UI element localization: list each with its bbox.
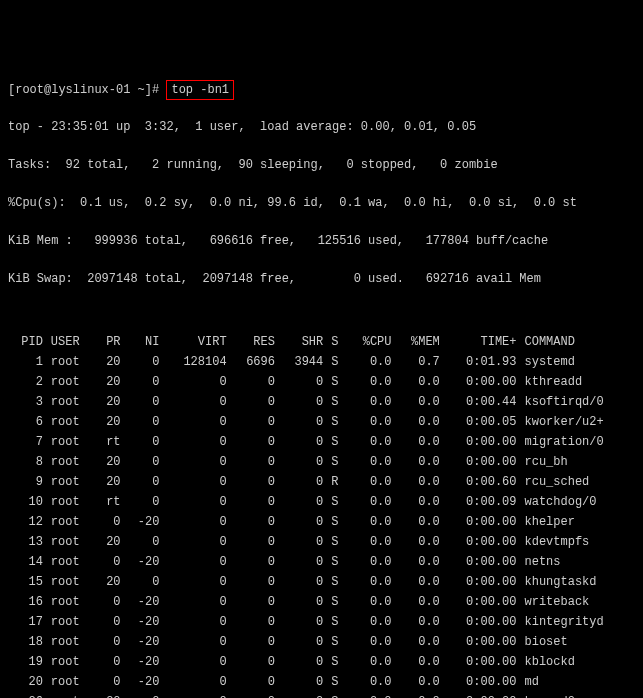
top-summary-line4: KiB Mem : 999936 total, 696616 free, 125… bbox=[8, 232, 635, 250]
cell-shr: 0 bbox=[279, 532, 327, 552]
cell-virt: 0 bbox=[163, 372, 230, 392]
cell-pid: 19 bbox=[8, 652, 47, 672]
cell-pid: 15 bbox=[8, 572, 47, 592]
col-pid: PID bbox=[8, 332, 47, 352]
cell-ni: -20 bbox=[125, 652, 164, 672]
table-row: 10rootrt0000S0.00.00:00.09watchdog/0 bbox=[8, 492, 635, 512]
cell-cmd: ksoftirqd/0 bbox=[521, 392, 636, 412]
cell-virt: 0 bbox=[163, 512, 230, 532]
cell-pr: 20 bbox=[95, 412, 124, 432]
cell-cpu: 0.0 bbox=[347, 632, 395, 652]
cell-pr: 20 bbox=[95, 572, 124, 592]
cell-pid: 13 bbox=[8, 532, 47, 552]
cell-pid: 1 bbox=[8, 352, 47, 372]
cell-cpu: 0.0 bbox=[347, 392, 395, 412]
col-res: RES bbox=[231, 332, 279, 352]
cell-shr: 0 bbox=[279, 552, 327, 572]
cell-mem: 0.0 bbox=[396, 612, 444, 632]
cell-user: root bbox=[47, 412, 95, 432]
cell-mem: 0.0 bbox=[396, 492, 444, 512]
top-summary-line5: KiB Swap: 2097148 total, 2097148 free, 0… bbox=[8, 270, 635, 288]
cell-user: root bbox=[47, 392, 95, 412]
cell-s: S bbox=[327, 572, 347, 592]
cell-pid: 17 bbox=[8, 612, 47, 632]
cell-ni: -20 bbox=[125, 552, 164, 572]
cell-time: 0:00.60 bbox=[444, 472, 521, 492]
cell-virt: 0 bbox=[163, 432, 230, 452]
cell-shr: 0 bbox=[279, 372, 327, 392]
cell-ni: -20 bbox=[125, 612, 164, 632]
cell-pr: rt bbox=[95, 432, 124, 452]
cell-cmd: khelper bbox=[521, 512, 636, 532]
shell-prompt[interactable]: [root@lyslinux-01 ~]# top -bn1 bbox=[8, 80, 635, 100]
cell-mem: 0.0 bbox=[396, 452, 444, 472]
cell-virt: 0 bbox=[163, 472, 230, 492]
cell-pr: 0 bbox=[95, 652, 124, 672]
cell-ni: 0 bbox=[125, 412, 164, 432]
cell-pr: 20 bbox=[95, 372, 124, 392]
cell-time: 0:00.00 bbox=[444, 612, 521, 632]
process-table: PIDUSERPRNIVIRTRESSHRS%CPU%MEMTIME+COMMA… bbox=[8, 332, 635, 698]
cell-cpu: 0.0 bbox=[347, 552, 395, 572]
cell-shr: 0 bbox=[279, 632, 327, 652]
col-cpu: %CPU bbox=[347, 332, 395, 352]
cell-s: S bbox=[327, 392, 347, 412]
table-row: 1root20012810466963944S0.00.70:01.93syst… bbox=[8, 352, 635, 372]
cell-pr: 20 bbox=[95, 452, 124, 472]
cell-s: S bbox=[327, 372, 347, 392]
cell-ni: 0 bbox=[125, 472, 164, 492]
cell-mem: 0.0 bbox=[396, 672, 444, 692]
cell-user: root bbox=[47, 532, 95, 552]
cell-shr: 0 bbox=[279, 392, 327, 412]
cell-s: R bbox=[327, 472, 347, 492]
cell-pr: 0 bbox=[95, 612, 124, 632]
cell-user: root bbox=[47, 492, 95, 512]
cell-virt: 0 bbox=[163, 412, 230, 432]
cell-shr: 0 bbox=[279, 612, 327, 632]
cell-virt: 0 bbox=[163, 692, 230, 698]
cell-user: root bbox=[47, 472, 95, 492]
cell-s: S bbox=[327, 352, 347, 372]
cell-ni: -20 bbox=[125, 512, 164, 532]
table-row: 26root200000S0.00.00:00.00kswapd0 bbox=[8, 692, 635, 698]
cell-s: S bbox=[327, 452, 347, 472]
col-mem: %MEM bbox=[396, 332, 444, 352]
cell-time: 0:00.00 bbox=[444, 552, 521, 572]
cell-time: 0:00.00 bbox=[444, 432, 521, 452]
cell-mem: 0.7 bbox=[396, 352, 444, 372]
cell-pr: rt bbox=[95, 492, 124, 512]
cell-ni: 0 bbox=[125, 492, 164, 512]
cell-shr: 0 bbox=[279, 412, 327, 432]
cell-shr: 0 bbox=[279, 592, 327, 612]
cell-ni: 0 bbox=[125, 452, 164, 472]
cell-res: 0 bbox=[231, 472, 279, 492]
cell-time: 0:00.00 bbox=[444, 372, 521, 392]
cell-user: root bbox=[47, 572, 95, 592]
cell-res: 0 bbox=[231, 632, 279, 652]
cell-time: 0:00.00 bbox=[444, 452, 521, 472]
cell-res: 0 bbox=[231, 612, 279, 632]
cell-s: S bbox=[327, 592, 347, 612]
cell-user: root bbox=[47, 672, 95, 692]
cell-pid: 10 bbox=[8, 492, 47, 512]
cell-res: 0 bbox=[231, 432, 279, 452]
cell-cpu: 0.0 bbox=[347, 512, 395, 532]
table-row: 7rootrt0000S0.00.00:00.00migration/0 bbox=[8, 432, 635, 452]
cell-virt: 0 bbox=[163, 492, 230, 512]
cell-s: S bbox=[327, 612, 347, 632]
cell-res: 0 bbox=[231, 372, 279, 392]
col-s: S bbox=[327, 332, 347, 352]
cell-mem: 0.0 bbox=[396, 572, 444, 592]
cell-time: 0:00.00 bbox=[444, 592, 521, 612]
cell-cpu: 0.0 bbox=[347, 452, 395, 472]
cell-pid: 16 bbox=[8, 592, 47, 612]
cell-virt: 0 bbox=[163, 532, 230, 552]
cell-ni: 0 bbox=[125, 692, 164, 698]
cell-cmd: kworker/u2+ bbox=[521, 412, 636, 432]
cell-mem: 0.0 bbox=[396, 472, 444, 492]
cell-cmd: systemd bbox=[521, 352, 636, 372]
cell-ni: 0 bbox=[125, 352, 164, 372]
cell-virt: 0 bbox=[163, 652, 230, 672]
cell-pid: 20 bbox=[8, 672, 47, 692]
cell-pid: 3 bbox=[8, 392, 47, 412]
